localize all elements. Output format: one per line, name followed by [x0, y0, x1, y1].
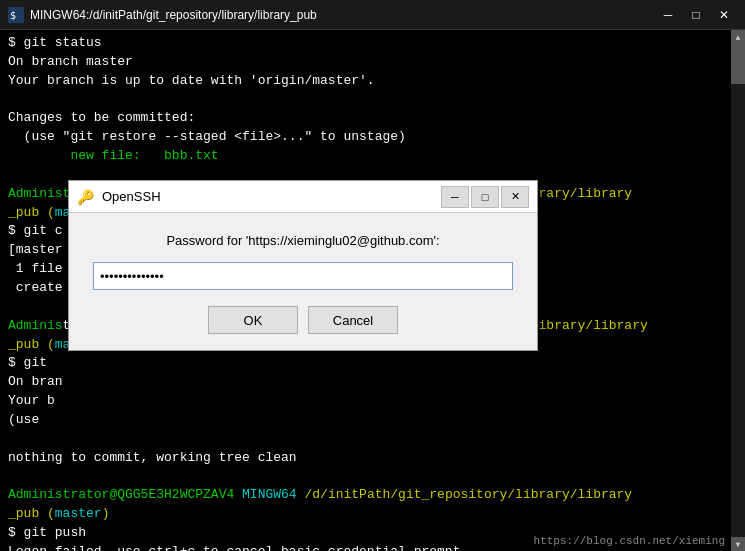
ok-button[interactable]: OK: [208, 306, 298, 334]
dialog-buttons: OK Cancel: [93, 306, 513, 334]
openssh-dialog: 🔑 OpenSSH ─ □ ✕ Password for 'https://xi…: [68, 180, 538, 351]
cancel-button[interactable]: Cancel: [308, 306, 398, 334]
dialog-body: Password for 'https://xieminglu02@github…: [69, 213, 537, 350]
dialog-close-button[interactable]: ✕: [501, 186, 529, 208]
dialog-title-controls: ─ □ ✕: [441, 186, 529, 208]
dialog-label: Password for 'https://xieminglu02@github…: [93, 233, 513, 248]
terminal-window: $ MINGW64:/d/initPath/git_repository/lib…: [0, 0, 745, 551]
dialog-title-text: OpenSSH: [102, 189, 161, 204]
dialog-title-left: 🔑 OpenSSH: [77, 189, 161, 205]
dialog-maximize-button[interactable]: □: [471, 186, 499, 208]
password-input[interactable]: [93, 262, 513, 290]
openssh-icon: 🔑: [77, 189, 94, 205]
dialog-title-bar: 🔑 OpenSSH ─ □ ✕: [69, 181, 537, 213]
dialog-minimize-button[interactable]: ─: [441, 186, 469, 208]
dialog-overlay: 🔑 OpenSSH ─ □ ✕ Password for 'https://xi…: [0, 0, 745, 551]
